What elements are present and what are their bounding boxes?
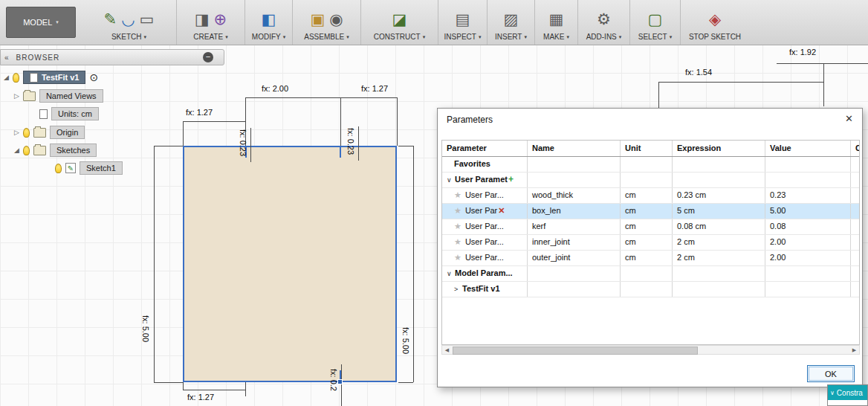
ok-button[interactable]: OK [807, 365, 855, 382]
scroll-right-icon[interactable]: ▶ [849, 346, 859, 354]
rectangle-icon[interactable]: ▭ [140, 11, 155, 27]
constraints-section-header[interactable]: ∨ Constra [828, 385, 867, 400]
dimension-label[interactable]: fx: 0.23 [346, 128, 355, 155]
browser-item-sketches[interactable]: Sketches [50, 144, 97, 157]
minimize-browser-icon[interactable]: − [203, 52, 213, 62]
menu-modify[interactable]: MODIFY ▾ [252, 33, 285, 41]
parameter-expression[interactable]: 2 cm [673, 251, 765, 265]
workspace-switcher[interactable]: MODEL ▾ [6, 7, 76, 38]
parameter-row-inner-joint[interactable]: ★User Par... inner_joint cm 2 cm 2.00 [442, 235, 859, 251]
favorite-star-icon[interactable]: ★ [454, 253, 461, 262]
group-row-user-parameters[interactable]: ∨User Paramet+ [442, 173, 859, 188]
sketch-joint-line[interactable] [340, 146, 341, 158]
column-header-value[interactable]: Value [765, 141, 851, 156]
collapsed-arrow-icon[interactable]: ▷ [14, 129, 19, 136]
stop-sketch-button[interactable]: STOP SKETCH [689, 33, 741, 41]
parameter-row-wood-thick[interactable]: ★User Par... wood_thick cm 0.23 cm 0.23 [442, 188, 859, 204]
browser-item-named-views[interactable]: Named Views [39, 89, 103, 103]
parameter-expression[interactable]: 2 cm [673, 235, 765, 250]
measure-icon[interactable]: ▤ [456, 11, 470, 27]
add-parameter-icon[interactable]: + [508, 174, 514, 184]
collapsed-chevron-icon[interactable]: > [454, 283, 462, 297]
dimension-label[interactable]: fx: 0.23 [239, 129, 247, 156]
column-header-comments[interactable]: C [851, 141, 859, 156]
column-header-expression[interactable]: Expression [673, 141, 765, 156]
joint-icon[interactable]: ◉ [329, 11, 343, 27]
parameter-expression[interactable]: 5 cm [673, 204, 765, 219]
expand-arrow-icon[interactable]: ◢ [4, 74, 9, 81]
dimension-label[interactable]: fx: 2.00 [262, 84, 288, 93]
parameter-name[interactable]: outer_joint [528, 251, 621, 265]
parameter-name[interactable]: inner_joint [528, 235, 621, 250]
menu-insert[interactable]: INSERT ▾ [495, 33, 527, 41]
dimension-label[interactable]: fx: 1.27 [186, 108, 213, 117]
parameter-name[interactable]: wood_thick [528, 188, 621, 203]
activate-component-icon[interactable]: ⊙ [89, 72, 98, 83]
press-pull-icon[interactable]: ◧ [262, 11, 276, 27]
column-header-parameter[interactable]: Parameter [442, 141, 528, 156]
collapse-panel-icon[interactable]: « [4, 54, 9, 62]
select-icon[interactable]: ▢ [648, 11, 663, 27]
scroll-left-icon[interactable]: ◀ [442, 346, 452, 354]
horizontal-scrollbar[interactable]: ◀ ▶ [441, 345, 860, 355]
menu-inspect[interactable]: INSPECT ▾ [444, 33, 482, 41]
parameter-row-outer-joint[interactable]: ★User Par... outer_joint cm 2 cm 2.00 [442, 251, 859, 266]
make-icon[interactable]: ▦ [549, 11, 564, 27]
visibility-bulb-icon[interactable] [13, 73, 19, 83]
menu-sketch[interactable]: SKETCH ▾ [111, 33, 146, 41]
browser-item-units[interactable]: Units: cm [51, 107, 99, 120]
dimension-label[interactable]: fx: 1.27 [187, 393, 214, 402]
visibility-bulb-icon[interactable] [23, 146, 30, 155]
group-row-testfit[interactable]: >TestFit v1 [442, 282, 859, 297]
parameter-row-kerf[interactable]: ★User Par... kerf cm 0.08 cm 0.08 [442, 219, 859, 235]
parameter-name[interactable]: box_len [528, 204, 621, 219]
column-header-name[interactable]: Name [528, 141, 621, 156]
close-icon[interactable]: ✕ [845, 113, 853, 124]
dimension-label[interactable]: fx: 1.54 [685, 68, 712, 77]
browser-item-sketch1[interactable]: Sketch1 [80, 161, 123, 175]
menu-select[interactable]: SELECT ▾ [638, 33, 672, 41]
sketch-point[interactable] [337, 379, 343, 384]
favorite-star-icon[interactable]: ★ [454, 222, 461, 231]
stop-sketch-icon[interactable]: ◈ [709, 11, 721, 27]
extrude-icon[interactable]: ◨ [195, 11, 210, 27]
menu-assemble[interactable]: ASSEMBLE ▾ [304, 33, 349, 41]
expanded-chevron-icon[interactable]: ∨ [447, 173, 455, 187]
menu-make[interactable]: MAKE ▾ [543, 33, 569, 41]
expand-arrow-icon[interactable]: ◢ [14, 146, 19, 154]
spline-icon[interactable]: ◡ [121, 11, 135, 27]
menu-create[interactable]: CREATE ▾ [193, 33, 227, 41]
menu-construct[interactable]: CONSTRUCT ▾ [374, 33, 425, 41]
visibility-bulb-icon[interactable] [23, 128, 30, 138]
parameter-name[interactable]: kerf [528, 219, 621, 234]
parameter-expression[interactable]: 0.08 cm [673, 219, 765, 234]
scrollbar-thumb[interactable] [453, 347, 698, 355]
dimension-label[interactable]: fx: 5.00 [401, 327, 410, 354]
group-row-favorites[interactable]: Favorites [442, 157, 859, 173]
new-component-icon[interactable]: ▣ [310, 11, 325, 27]
parameter-expression[interactable]: 0.23 cm [673, 188, 765, 203]
column-header-unit[interactable]: Unit [621, 141, 673, 156]
dimension-label[interactable]: fx: 1.92 [789, 48, 816, 57]
web-form-icon[interactable]: ⊕ [214, 11, 227, 27]
menu-addins[interactable]: ADD-INS ▾ [586, 33, 622, 41]
dimension-label[interactable]: fx: 5.00 [141, 315, 150, 342]
favorite-star-icon[interactable]: ★ [454, 190, 461, 199]
delete-parameter-icon[interactable]: ✕ [498, 206, 505, 215]
dimension-label[interactable]: fx: 1.27 [361, 84, 388, 93]
create-sketch-icon[interactable]: ✎ [104, 11, 117, 27]
insert-image-icon[interactable]: ▨ [504, 11, 519, 27]
browser-item-origin[interactable]: Origin [50, 126, 85, 139]
expanded-chevron-icon[interactable]: ∨ [447, 267, 455, 281]
collapsed-arrow-icon[interactable]: ▷ [14, 92, 19, 100]
sketch-profile[interactable] [183, 146, 397, 382]
browser-item-testfit[interactable]: TestFit v1 [23, 71, 86, 84]
group-row-model-parameters[interactable]: ∨Model Param... [442, 266, 859, 282]
favorite-star-icon[interactable]: ★ [454, 206, 461, 215]
visibility-bulb-icon[interactable] [55, 164, 62, 173]
dimension-label[interactable]: fx: 0.2 [329, 369, 338, 391]
parameter-row-box-len[interactable]: ★User Par✕ box_len cm 5 cm 5.00 [442, 204, 859, 219]
scripts-addins-icon[interactable]: ⚙ [597, 11, 611, 27]
construction-plane-icon[interactable]: ◪ [392, 11, 407, 27]
favorite-star-icon[interactable]: ★ [454, 237, 461, 246]
